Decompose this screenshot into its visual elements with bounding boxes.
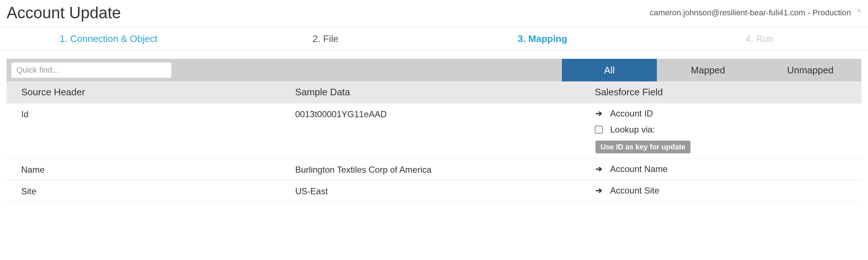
wizard-step-run: 4. Run — [651, 27, 868, 50]
column-header-sample: Sample Data — [295, 87, 595, 98]
cell-salesforce: ➔ Account Site — [595, 186, 861, 196]
close-icon[interactable]: × — [857, 6, 861, 15]
cell-sample: US-East — [295, 186, 595, 196]
wizard-step-mapping[interactable]: 3. Mapping — [434, 27, 651, 50]
table-header: Source Header Sample Data Salesforce Fie… — [7, 81, 861, 103]
wizard-step-connection[interactable]: 1. Connection & Object — [0, 27, 217, 50]
table-row: Site US-East ➔ Account Site — [7, 180, 861, 202]
wizard-steps: 1. Connection & Object 2. File 3. Mappin… — [0, 27, 868, 51]
sf-field-name: Account Site — [610, 186, 659, 196]
page-header: Account Update cameron.johnson@resilient… — [0, 0, 868, 27]
page-title: Account Update — [7, 4, 121, 22]
table-row: Id 0013t00001YG11eAAD ➔ Account ID Looku… — [7, 103, 861, 159]
cell-sample: Burlington Textiles Corp of America — [295, 164, 595, 175]
use-id-badge[interactable]: Use ID as key for update — [595, 141, 690, 153]
cell-sample: 0013t00001YG11eAAD — [295, 108, 595, 119]
filter-tab-all[interactable]: All — [562, 59, 657, 81]
sf-mapping-line[interactable]: ➔ Account Name — [595, 164, 861, 174]
lookup-via-line[interactable]: Lookup via: — [595, 125, 861, 135]
sf-field-name: Account ID — [610, 108, 653, 119]
cell-salesforce: ➔ Account Name — [595, 164, 861, 174]
sf-mapping-line[interactable]: ➔ Account ID — [595, 108, 861, 119]
cell-source: Id — [21, 108, 295, 119]
cell-salesforce: ➔ Account ID Lookup via: Use ID as key f… — [595, 108, 861, 153]
mapping-toolbar: All Mapped Unmapped — [7, 59, 861, 81]
user-label: cameron.johnson@resilient-bear-fuli41.co… — [650, 8, 851, 18]
column-header-source: Source Header — [21, 87, 295, 98]
column-header-salesforce: Salesforce Field — [595, 87, 861, 98]
table-row: Name Burlington Textiles Corp of America… — [7, 159, 861, 180]
wizard-step-file[interactable]: 2. File — [217, 27, 434, 50]
content: All Mapped Unmapped Source Header Sample… — [0, 51, 868, 202]
arrow-right-icon: ➔ — [595, 109, 603, 118]
badge-container: Use ID as key for update — [595, 141, 861, 153]
arrow-right-icon: ➔ — [595, 164, 603, 174]
search-input[interactable] — [11, 62, 172, 78]
arrow-right-icon: ➔ — [595, 186, 603, 195]
filter-tab-unmapped[interactable]: Unmapped — [759, 59, 861, 81]
sf-field-name: Account Name — [610, 164, 667, 174]
lookup-label: Lookup via: — [610, 125, 655, 135]
user-info: cameron.johnson@resilient-bear-fuli41.co… — [650, 8, 861, 18]
filter-tab-mapped[interactable]: Mapped — [657, 59, 759, 81]
sf-mapping-line[interactable]: ➔ Account Site — [595, 186, 861, 196]
cell-source: Site — [21, 186, 295, 196]
lookup-checkbox[interactable] — [595, 126, 603, 134]
cell-source: Name — [21, 164, 295, 175]
